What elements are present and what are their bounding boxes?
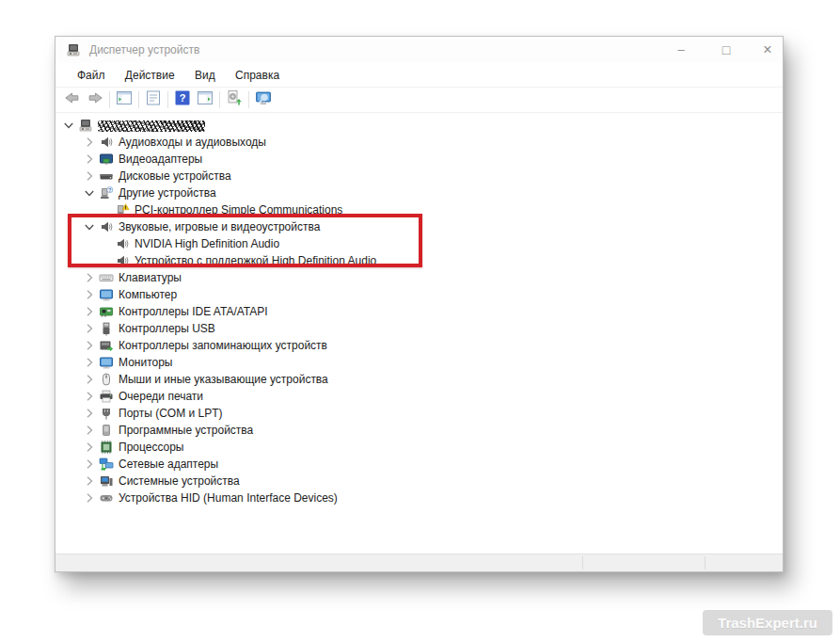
- chevron-right-icon[interactable]: [82, 135, 97, 150]
- tree-item-sound-devices[interactable]: Звуковые, игровые и видеоустройства: [55, 218, 783, 235]
- chevron-right-icon[interactable]: [82, 440, 97, 455]
- chevron-right-icon[interactable]: [82, 287, 97, 302]
- tree-item-label: PCI-контроллер Simple Communications: [135, 203, 342, 217]
- scan-hardware-button[interactable]: [252, 89, 275, 110]
- chevron-right-icon[interactable]: [82, 372, 97, 387]
- tree-item-audio-inputs[interactable]: Аудиовходы и аудиовыходы: [55, 134, 783, 151]
- chevron-right-icon[interactable]: [82, 355, 97, 370]
- tree-item-nvidia-audio[interactable]: NVIDIA High Definition Audio: [55, 235, 783, 252]
- watermark-badge: TrashExpert.ru: [703, 610, 832, 635]
- chevron-right-icon[interactable]: [82, 169, 97, 184]
- software-device-icon: [99, 423, 114, 438]
- device-tree: Аудиовходы и аудиовыходыВидеоадаптерыДис…: [55, 113, 783, 554]
- device-manager-window: Диспетчер устройств – □ × Файл Действие …: [55, 36, 784, 572]
- chevron-right-icon[interactable]: [82, 423, 97, 438]
- svg-text:?: ?: [108, 187, 112, 193]
- help-button[interactable]: ?: [171, 89, 194, 110]
- chevron-right-icon[interactable]: [82, 270, 97, 285]
- tree-item-label: Контроллеры IDE ATA/ATAPI: [119, 305, 268, 318]
- tree-item-hid-devices[interactable]: Устройства HID (Human Interface Devices): [55, 490, 783, 506]
- back-button[interactable]: [61, 89, 84, 110]
- chevron-right-icon[interactable]: [82, 389, 97, 404]
- title-bar[interactable]: Диспетчер устройств – □ ×: [55, 37, 783, 63]
- usb-icon: [99, 321, 114, 336]
- network-adapter-icon: [99, 457, 114, 472]
- tree-item-label: Аудиовходы и аудиовыходы: [119, 136, 266, 149]
- chevron-right-icon[interactable]: [82, 304, 97, 319]
- minimize-button[interactable]: –: [667, 37, 695, 63]
- monitor-icon: [99, 355, 114, 370]
- printer-icon: [99, 389, 114, 404]
- tree-item-root-computer[interactable]: [55, 117, 783, 134]
- tree-item-monitors[interactable]: Мониторы: [55, 354, 783, 371]
- tree-item-hd-audio-device[interactable]: Устройство с поддержкой High Definition …: [55, 252, 783, 269]
- chevron-right-icon[interactable]: [82, 490, 97, 506]
- tree-item-processors[interactable]: Процессоры: [55, 439, 783, 456]
- tree-item-computer[interactable]: Компьютер: [55, 286, 783, 303]
- speaker-icon: [99, 219, 114, 234]
- tree-item-disk-devices[interactable]: Дисковые устройства: [55, 168, 783, 185]
- tree-item-video-adapters[interactable]: Видеоадаптеры: [55, 151, 783, 168]
- chevron-right-icon[interactable]: [82, 473, 97, 489]
- tree-item-label: Порты (COM и LPT): [119, 407, 223, 420]
- tree-item-pci-controller[interactable]: PCI-контроллер Simple Communications: [55, 201, 783, 218]
- tree-item-label: Клавиатуры: [119, 271, 182, 284]
- chevron-right-icon[interactable]: [82, 321, 97, 336]
- storage-controller-icon: [99, 338, 114, 353]
- tree-item-ide-controllers[interactable]: Контроллеры IDE ATA/ATAPI: [55, 303, 783, 320]
- menu-item-view[interactable]: Вид: [186, 63, 224, 88]
- chevron-down-icon[interactable]: [82, 185, 97, 201]
- tree-item-label: Другие устройства: [119, 186, 216, 200]
- console-tree-button[interactable]: [113, 89, 135, 110]
- tree-item-mice[interactable]: Мыши и иные указывающие устройства: [55, 371, 783, 388]
- computer-icon: [78, 118, 93, 133]
- chevron-right-icon[interactable]: [82, 457, 97, 472]
- close-button[interactable]: ×: [753, 37, 782, 63]
- tree-item-storage-controllers[interactable]: Контроллеры запоминающих устройств: [55, 337, 783, 354]
- tree-item-software-devices[interactable]: Программные устройства: [55, 422, 783, 439]
- device-manager-app-icon: [66, 42, 81, 57]
- chevron-right-icon[interactable]: [82, 338, 97, 353]
- menu-item-file[interactable]: Файл: [69, 63, 114, 88]
- mouse-icon: [99, 372, 114, 387]
- tree-item-label: Звуковые, игровые и видеоустройства: [119, 220, 320, 233]
- page-background: Диспетчер устройств – □ × Файл Действие …: [0, 0, 840, 642]
- tree-item-label: Мониторы: [119, 356, 172, 369]
- scan-hardware-icon: [255, 89, 272, 110]
- tree-item-system-devices[interactable]: Системные устройства: [55, 473, 783, 490]
- system-device-icon: [99, 473, 114, 489]
- forward-button[interactable]: [84, 89, 106, 110]
- chevron-down-icon[interactable]: [61, 118, 76, 133]
- window-title: Диспетчер устройств: [89, 43, 199, 56]
- tree-item-label: Дисковые устройства: [119, 169, 231, 183]
- toolbar-separator: [167, 91, 168, 108]
- action-pane-button[interactable]: [194, 89, 216, 110]
- back-arrow-icon: [64, 89, 81, 110]
- maximize-button[interactable]: □: [712, 37, 740, 63]
- tree-item-label: Мыши и иные указывающие устройства: [119, 373, 328, 386]
- console-tree-icon: [116, 89, 133, 110]
- chevron-right-icon[interactable]: [82, 152, 97, 167]
- status-bar: [55, 554, 783, 571]
- toolbar-separator: [138, 91, 139, 108]
- tree-item-network-adapters[interactable]: Сетевые адаптеры: [55, 456, 783, 473]
- menu-item-help[interactable]: Справка: [227, 63, 288, 88]
- keyboard-icon: [99, 270, 114, 285]
- chevron-down-icon[interactable]: [82, 219, 97, 234]
- redacted-computer-name: [98, 120, 205, 132]
- chevron-right-icon[interactable]: [82, 406, 97, 421]
- tree-item-ports[interactable]: Порты (COM и LPT): [55, 405, 783, 422]
- tree-item-label: Процессоры: [119, 441, 184, 454]
- tree-item-other-devices[interactable]: ?Другие устройства: [55, 185, 783, 201]
- tree-item-keyboards[interactable]: Клавиатуры: [55, 269, 783, 286]
- tree-item-print-queues[interactable]: Очереди печати: [55, 388, 783, 405]
- properties-button[interactable]: [142, 89, 165, 110]
- action-pane-icon: [197, 89, 214, 110]
- status-bar-divider: [705, 556, 705, 570]
- cpu-icon: [99, 440, 114, 455]
- menu-item-action[interactable]: Действие: [117, 63, 183, 88]
- update-driver-button[interactable]: [223, 89, 246, 110]
- tree-item-label: Программные устройства: [119, 424, 253, 437]
- monitor-icon: [99, 287, 114, 302]
- tree-item-usb-controllers[interactable]: Контроллеры USB: [55, 320, 783, 337]
